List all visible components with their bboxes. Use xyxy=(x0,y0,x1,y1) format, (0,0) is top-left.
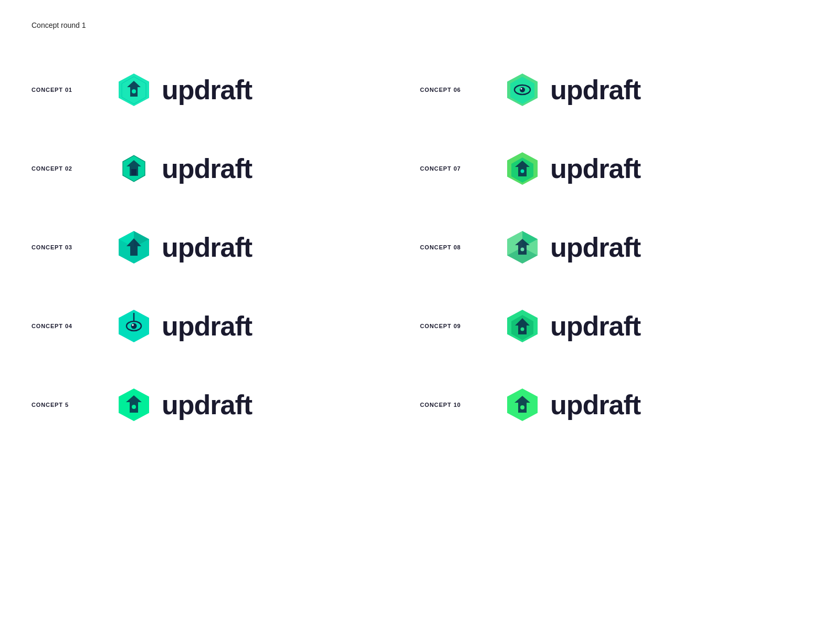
svg-point-34 xyxy=(521,328,524,331)
svg-point-8 xyxy=(521,88,522,90)
svg-point-3 xyxy=(132,89,136,93)
svg-point-7 xyxy=(520,87,525,92)
svg-point-40 xyxy=(520,405,524,410)
hex-icon-c09 xyxy=(504,308,541,344)
concept-row: CONCEPT 07 updraft xyxy=(420,129,808,208)
concept-row: CONCEPT 10 updraft xyxy=(420,365,808,444)
logo-container: updraft xyxy=(116,150,252,187)
page-title: Concept round 1 xyxy=(32,21,808,29)
concept-row: CONCEPT 04 updraft xyxy=(32,287,420,365)
svg-point-25 xyxy=(521,248,524,251)
concept-label: CONCEPT 02 xyxy=(32,165,84,172)
logo-text: updraft xyxy=(550,74,640,106)
concept-label: CONCEPT 04 xyxy=(32,323,84,329)
concept-row: CONCEPT 02 updraft xyxy=(32,129,420,208)
concept-label: CONCEPT 09 xyxy=(420,323,472,329)
hex-icon-c02 xyxy=(116,150,152,187)
concept-label: CONCEPT 08 xyxy=(420,244,472,250)
concept-label: CONCEPT 5 xyxy=(32,402,84,408)
hex-icon-c03 xyxy=(116,229,152,266)
concept-row: CONCEPT 08 updraft xyxy=(420,208,808,287)
concept-row: CONCEPT 06 updraft xyxy=(420,50,808,129)
logo-text: updraft xyxy=(550,153,640,184)
logo-text: updraft xyxy=(162,389,252,421)
svg-point-16 xyxy=(521,170,524,173)
concept-row: CONCEPT 5 updraft xyxy=(32,365,420,444)
logo-text: updraft xyxy=(162,232,252,263)
logo-text: updraft xyxy=(162,153,252,184)
concept-row: CONCEPT 01 updraft xyxy=(32,50,420,129)
svg-point-37 xyxy=(132,405,136,409)
logo-container: updraft xyxy=(504,308,640,344)
logo-container: updraft xyxy=(504,229,640,266)
logo-text: updraft xyxy=(162,74,252,106)
svg-rect-12 xyxy=(131,169,136,175)
concept-label: CONCEPT 10 xyxy=(420,402,472,408)
concept-row: CONCEPT 03 updraft xyxy=(32,208,420,287)
concept-label: CONCEPT 01 xyxy=(32,87,84,93)
logo-text: updraft xyxy=(550,389,640,421)
logo-text: updraft xyxy=(550,310,640,342)
logo-container: updraft xyxy=(116,386,252,423)
concept-label: CONCEPT 07 xyxy=(420,165,472,172)
hex-icon-c08 xyxy=(504,229,541,266)
logo-container: updraft xyxy=(504,386,640,423)
svg-point-29 xyxy=(132,324,134,326)
logo-container: updraft xyxy=(504,150,640,187)
concepts-grid: CONCEPT 01 updraft CONCEPT 06 updra xyxy=(32,50,808,444)
logo-text: updraft xyxy=(550,232,640,263)
hex-icon-c01 xyxy=(116,71,152,108)
hex-icon-c10 xyxy=(504,386,541,423)
hex-icon-c07 xyxy=(504,150,541,187)
hex-icon-c05 xyxy=(116,386,152,423)
svg-point-28 xyxy=(131,323,137,329)
logo-text: updraft xyxy=(162,310,252,342)
logo-container: updraft xyxy=(116,71,252,108)
logo-container: updraft xyxy=(504,71,640,108)
hex-icon-c04 xyxy=(116,308,152,344)
logo-container: updraft xyxy=(116,308,252,344)
hex-icon-c06 xyxy=(504,71,541,108)
concept-label: CONCEPT 06 xyxy=(420,87,472,93)
concept-label: CONCEPT 03 xyxy=(32,244,84,250)
concept-row: CONCEPT 09 updraft xyxy=(420,287,808,365)
logo-container: updraft xyxy=(116,229,252,266)
